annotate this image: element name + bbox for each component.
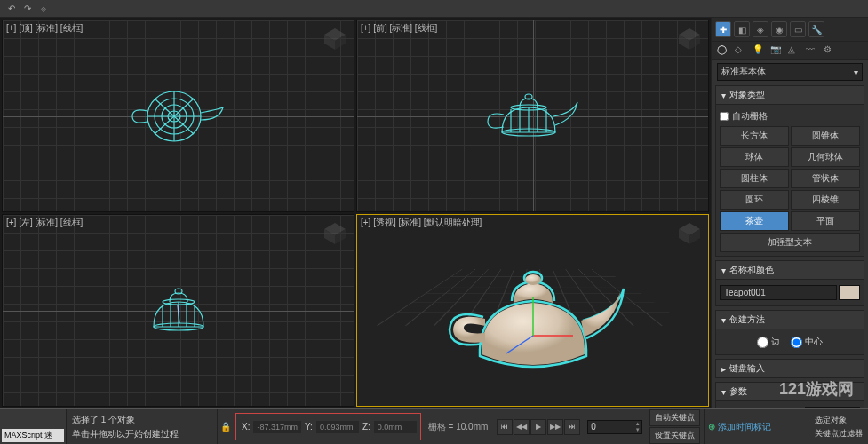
maxscript-input[interactable]: MAXScript 迷 — [2, 429, 64, 442]
teapot-front-wireframe — [475, 81, 591, 152]
viewport-left[interactable]: [+] [左] [标准] [线框] — [2, 214, 354, 407]
shapes-icon[interactable]: ◇ — [735, 44, 747, 57]
btn-pyramid[interactable]: 四棱锥 — [791, 190, 860, 210]
playback-controls: ⏮ ◀◀ ▶ ▶▶ ⏭ — [493, 409, 584, 444]
category-dropdown[interactable]: 标准基本体 ▾ — [717, 63, 863, 81]
goto-start-button[interactable]: ⏮ — [497, 419, 513, 435]
viewcube-icon[interactable] — [322, 26, 348, 52]
goto-end-button[interactable]: ⏭ — [564, 419, 580, 435]
viewcube-icon[interactable] — [322, 220, 348, 247]
btn-torus[interactable]: 圆环 — [720, 190, 789, 210]
utilities-tab[interactable]: 🔧 — [808, 21, 824, 37]
command-panel: ✚ ◧ ◈ ◉ ▭ 🔧 ◯ ◇ 💡 📷 ◬ 〰 ⚙ 标准基本体 ▾ ▾ 对象类型… — [711, 18, 868, 408]
undo-icon[interactable]: ↶ — [5, 3, 18, 15]
btn-textplus[interactable]: 加强型文本 — [720, 233, 860, 252]
rollout-header[interactable]: ▸ 键盘输入 — [715, 359, 864, 378]
svg-point-38 — [525, 274, 541, 285]
y-label: Y: — [303, 422, 315, 432]
viewport-label[interactable]: [+] [左] [标准] [线框] — [6, 217, 83, 229]
key-filters: 选定对象 关键点过滤器 — [809, 409, 868, 444]
coordinate-display: X:-87.317mm Y:0.093mm Z:0.0mm — [235, 413, 421, 440]
selection-status: 选择了 1 个对象 — [72, 414, 211, 426]
radius-label: 半径: — [720, 408, 801, 408]
key-filter-label[interactable]: 关键点过滤器 — [815, 428, 863, 440]
modify-tab[interactable]: ◧ — [734, 21, 750, 37]
btn-tube[interactable]: 管状体 — [791, 169, 860, 188]
top-toolbar: ↶ ↷ ⟐ — [0, 0, 868, 18]
lights-icon[interactable]: 💡 — [753, 44, 765, 57]
spacewarps-icon[interactable]: 〰 — [806, 44, 818, 57]
link-icon[interactable]: ⟐ — [37, 3, 50, 15]
geometry-icon[interactable]: ◯ — [717, 44, 729, 57]
viewcube-icon[interactable] — [676, 26, 703, 52]
teapot-left-wireframe — [134, 275, 223, 346]
prev-frame-button[interactable]: ◀◀ — [514, 419, 530, 435]
play-button[interactable]: ▶ — [530, 419, 546, 435]
grid-readout: 栅格 = 10.0mm — [423, 409, 494, 444]
watermark: 121游戏网 — [779, 378, 854, 400]
chevron-down-icon: ▾ — [854, 67, 858, 77]
btn-plane[interactable]: 平面 — [791, 211, 860, 231]
object-color-swatch[interactable] — [839, 285, 860, 300]
z-label: Z: — [361, 422, 372, 432]
status-bar: MAXScript 迷 选择了 1 个对象 单击并拖动以开始创建过程 🔒 X:-… — [0, 408, 868, 444]
rollout-create-method: ▾ 创建方法 边 中心 — [715, 310, 864, 355]
viewport-label[interactable]: [+] [透视] [标准] [默认明暗处理] — [361, 217, 482, 229]
autogrid-label: 自动栅格 — [732, 110, 768, 123]
y-field[interactable]: 0.093mm — [316, 421, 359, 433]
hierarchy-tab[interactable]: ◈ — [753, 21, 768, 37]
teapot-shaded — [426, 242, 640, 393]
radio-edge[interactable] — [757, 337, 768, 348]
rollout-header[interactable]: ▾ 名称和颜色 — [715, 260, 864, 280]
redo-icon[interactable]: ↷ — [21, 3, 34, 15]
next-frame-button[interactable]: ▶▶ — [547, 419, 563, 435]
cameras-icon[interactable]: 📷 — [770, 44, 783, 57]
viewport-container: [+] [顶] [标准] [线框] [+] [前] [标准] [线框] — [0, 18, 711, 408]
viewport-top[interactable]: [+] [顶] [标准] [线框] — [2, 20, 354, 212]
selected-obj-label[interactable]: 选定对象 — [815, 415, 863, 426]
btn-geosphere[interactable]: 几何球体 — [791, 147, 860, 167]
maxscript-area: MAXScript 迷 — [0, 409, 67, 444]
status-messages: 选择了 1 个对象 单击并拖动以开始创建过程 — [67, 409, 218, 444]
btn-cylinder[interactable]: 圆柱体 — [720, 169, 789, 188]
btn-teapot[interactable]: 茶壶 — [720, 211, 789, 231]
primitive-buttons: 长方体 圆锥体 球体 几何球体 圆柱体 管状体 圆环 四棱锥 茶壶 平面 加强型… — [720, 126, 860, 252]
z-field[interactable]: 0.0mm — [374, 421, 417, 433]
frame-spinner[interactable]: 0▲▼ — [587, 420, 642, 434]
x-label: X: — [240, 422, 251, 432]
display-tab[interactable]: ▭ — [790, 21, 806, 37]
rollout-header[interactable]: ▾ 创建方法 — [715, 310, 864, 329]
viewcube-icon[interactable] — [676, 220, 703, 247]
panel-tab-row: ✚ ◧ ◈ ◉ ▭ 🔧 — [712, 18, 868, 42]
viewport-front[interactable]: [+] [前] [标准] [线框] — [356, 20, 709, 212]
object-name-field[interactable]: Teapot001 — [720, 285, 837, 300]
rollout-object-type: ▾ 对象类型 自动栅格 长方体 圆锥体 球体 几何球体 圆柱体 管状体 圆环 四… — [715, 85, 864, 257]
prompt-line: 单击并拖动以开始创建过程 — [72, 428, 211, 440]
add-tag-label: 添加时间标记 — [718, 421, 771, 433]
x-field[interactable]: -87.317mm — [253, 421, 301, 433]
systems-icon[interactable]: ⚙ — [824, 44, 836, 57]
helpers-icon[interactable]: ◬ — [788, 44, 800, 57]
rollout-name-color: ▾ 名称和颜色 Teapot001 — [715, 260, 864, 306]
viewport-label[interactable]: [+] [顶] [标准] [线框] — [6, 22, 83, 35]
rollout-keyboard: ▸ 键盘输入 — [715, 359, 864, 378]
viewport-label[interactable]: [+] [前] [标准] [线框] — [361, 22, 437, 35]
btn-box[interactable]: 长方体 — [720, 126, 789, 146]
lock-icon[interactable]: 🔒 — [220, 422, 231, 432]
category-label: 标准基本体 — [721, 66, 766, 78]
create-tab[interactable]: ✚ — [715, 21, 731, 37]
teapot-top-wireframe — [125, 81, 232, 152]
autogrid-checkbox[interactable] — [720, 112, 729, 121]
tag-icon: ⊕ — [708, 422, 715, 432]
btn-cone[interactable]: 圆锥体 — [791, 126, 860, 146]
radius-spinner[interactable]: 34.181mm▲▼ — [805, 407, 860, 408]
time-tag-area[interactable]: ⊕ 添加时间标记 — [704, 409, 775, 444]
viewport-perspective[interactable]: [+] [透视] [标准] [默认明暗处理] — [356, 214, 709, 407]
motion-tab[interactable]: ◉ — [771, 21, 787, 37]
rollout-header[interactable]: ▾ 对象类型 — [715, 85, 864, 105]
radio-center[interactable] — [791, 337, 802, 348]
setkey-button[interactable]: 设置关键点 — [649, 427, 700, 444]
btn-sphere[interactable]: 球体 — [720, 147, 789, 167]
key-controls: 自动关键点 设置关键点 — [646, 409, 704, 444]
autokey-button[interactable]: 自动关键点 — [649, 409, 700, 426]
